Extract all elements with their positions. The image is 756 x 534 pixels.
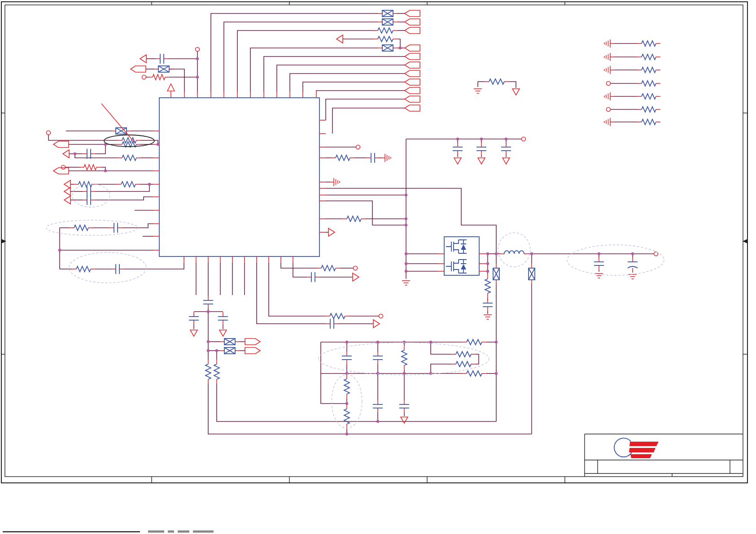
resistor[interactable] bbox=[489, 79, 504, 84]
resistor[interactable] bbox=[402, 350, 407, 365]
schematic-sheet bbox=[0, 0, 756, 534]
junction-dot bbox=[505, 138, 507, 140]
port-flag[interactable] bbox=[131, 66, 146, 72]
port-arrow[interactable] bbox=[336, 35, 343, 43]
power-arrow[interactable] bbox=[167, 84, 175, 91]
resistor[interactable] bbox=[485, 279, 490, 293]
net-wire bbox=[476, 354, 479, 364]
ground-arrow[interactable] bbox=[190, 330, 197, 336]
junction-dot bbox=[403, 341, 406, 343]
resistor[interactable] bbox=[344, 409, 350, 424]
resistor[interactable] bbox=[214, 364, 219, 379]
main-ic[interactable] bbox=[159, 98, 319, 256]
ferrite-bead bbox=[224, 347, 235, 354]
port-flag[interactable] bbox=[405, 10, 420, 17]
port-arrow[interactable] bbox=[64, 196, 70, 204]
terminal-circle[interactable] bbox=[61, 165, 66, 169]
junction-dot bbox=[405, 194, 407, 196]
net-wire bbox=[95, 197, 153, 200]
resistor[interactable] bbox=[74, 225, 88, 230]
port-arrow[interactable] bbox=[64, 187, 70, 195]
terminal-circle[interactable] bbox=[607, 82, 611, 86]
resistor[interactable] bbox=[321, 265, 336, 271]
terminal-circle[interactable] bbox=[196, 48, 200, 52]
port-flag[interactable] bbox=[405, 79, 420, 85]
ground-arrow[interactable] bbox=[401, 417, 408, 423]
net-wire bbox=[211, 13, 378, 91]
ground-arrow[interactable] bbox=[454, 158, 461, 164]
ferrite-bead bbox=[529, 268, 535, 280]
port-arrow[interactable] bbox=[328, 228, 335, 236]
port-arrow[interactable] bbox=[140, 55, 146, 63]
annotation-ellipse bbox=[498, 233, 530, 267]
junction-dot bbox=[598, 252, 600, 255]
capacitor-polarized[interactable] bbox=[628, 266, 638, 268]
annotation-ellipse bbox=[567, 245, 664, 275]
ground-arrow[interactable] bbox=[478, 158, 485, 164]
port-flag[interactable] bbox=[53, 141, 69, 148]
terminal-circle[interactable] bbox=[354, 266, 358, 270]
resistor[interactable] bbox=[642, 54, 656, 60]
port-arrow[interactable] bbox=[353, 273, 359, 281]
mosfet-pair[interactable] bbox=[444, 237, 479, 275]
port-flag[interactable] bbox=[405, 53, 420, 60]
junction-dot bbox=[495, 252, 498, 255]
resistor[interactable] bbox=[378, 36, 393, 42]
resistor[interactable] bbox=[642, 41, 656, 46]
port-flag-right[interactable] bbox=[245, 347, 260, 354]
ground-arrow[interactable] bbox=[503, 158, 510, 164]
resistor[interactable] bbox=[467, 371, 482, 376]
terminal-circle[interactable] bbox=[379, 314, 383, 318]
resistor[interactable] bbox=[76, 266, 91, 272]
port-arrow[interactable] bbox=[63, 150, 69, 158]
annotation-ellipse bbox=[319, 343, 489, 375]
resistor[interactable] bbox=[330, 313, 345, 319]
resistor[interactable] bbox=[378, 28, 393, 33]
resistor[interactable] bbox=[121, 182, 135, 187]
terminal-circle[interactable] bbox=[522, 137, 526, 141]
junction-dot bbox=[486, 252, 489, 255]
resistor[interactable] bbox=[456, 361, 471, 367]
terminal-circle[interactable] bbox=[142, 75, 146, 79]
resistor[interactable] bbox=[456, 352, 471, 357]
terminal-circle[interactable] bbox=[47, 131, 51, 135]
port-arrow[interactable] bbox=[373, 320, 380, 328]
port-flag[interactable] bbox=[405, 70, 420, 77]
junction-dot bbox=[405, 217, 407, 220]
port-flag-right[interactable] bbox=[245, 339, 260, 345]
port-flag[interactable] bbox=[53, 168, 69, 174]
resistor[interactable] bbox=[642, 94, 656, 99]
junction-dot bbox=[148, 183, 151, 186]
port-arrow[interactable] bbox=[64, 180, 70, 188]
terminal-circle[interactable] bbox=[607, 108, 611, 112]
resistor[interactable] bbox=[344, 379, 350, 394]
resistor[interactable] bbox=[642, 107, 656, 112]
resistor[interactable] bbox=[642, 119, 656, 125]
resistor[interactable] bbox=[642, 67, 656, 73]
resistor[interactable] bbox=[122, 155, 136, 161]
junction-dot bbox=[207, 340, 210, 343]
port-flag[interactable] bbox=[405, 27, 420, 34]
resistor[interactable] bbox=[347, 216, 361, 221]
port-flag[interactable] bbox=[405, 62, 420, 68]
net-wire bbox=[124, 263, 184, 269]
port-flag[interactable] bbox=[405, 105, 420, 111]
net-wire bbox=[326, 201, 406, 225]
ground-arrow[interactable] bbox=[219, 330, 227, 336]
port-flag[interactable] bbox=[405, 45, 420, 51]
terminal-circle[interactable] bbox=[356, 145, 360, 149]
resistor[interactable] bbox=[84, 165, 96, 170]
resistor[interactable] bbox=[205, 364, 211, 379]
resistor[interactable] bbox=[336, 155, 350, 161]
junction-dot bbox=[405, 224, 407, 226]
ground-arrow[interactable] bbox=[512, 89, 520, 95]
port-flag[interactable] bbox=[405, 87, 420, 94]
junction-dot bbox=[196, 76, 199, 78]
resistor[interactable] bbox=[467, 339, 482, 345]
resistor[interactable] bbox=[642, 81, 656, 86]
port-flag[interactable] bbox=[405, 96, 420, 102]
port-flag[interactable] bbox=[405, 19, 420, 25]
resistor[interactable] bbox=[153, 74, 165, 80]
inductor[interactable] bbox=[504, 251, 524, 254]
junction-dot bbox=[495, 372, 498, 375]
